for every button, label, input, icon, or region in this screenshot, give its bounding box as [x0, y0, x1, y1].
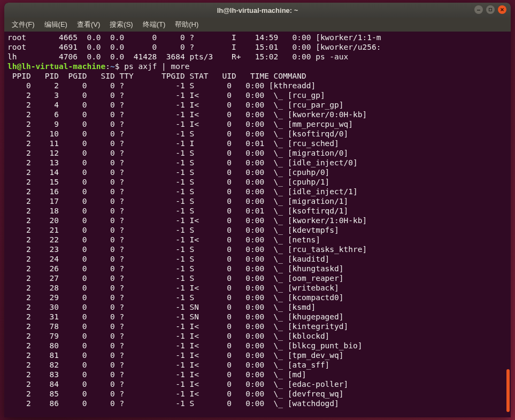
terminal-output[interactable]: root 4665 0.0 0.0 0 0 ? I 14:59 0:00 [kw… — [4, 32, 511, 417]
titlebar[interactable]: lh@lh-virtual-machine: ~ — [4, 3, 511, 18]
menu-terminal[interactable]: 终端(T) — [139, 18, 170, 31]
window-title: lh@lh-virtual-machine: ~ — [217, 6, 298, 14]
menu-file[interactable]: 文件(F) — [7, 18, 39, 31]
menu-view[interactable]: 查看(V) — [73, 18, 104, 31]
window-controls — [474, 5, 506, 14]
svg-rect-1 — [489, 9, 492, 11]
maximize-button[interactable] — [486, 5, 495, 14]
menu-edit[interactable]: 编辑(E) — [40, 18, 72, 31]
menu-search[interactable]: 搜索(S) — [105, 18, 137, 31]
minimize-button[interactable] — [474, 5, 483, 14]
close-button[interactable] — [498, 5, 506, 14]
scrollbar-thumb[interactable] — [506, 369, 510, 412]
menubar: 文件(F) 编辑(E) 查看(V) 搜索(S) 终端(T) 帮助(H) — [4, 18, 511, 32]
menu-help[interactable]: 帮助(H) — [171, 18, 203, 31]
terminal-window: lh@lh-virtual-machine: ~ 文件(F) 编辑(E) 查看(… — [4, 3, 511, 417]
